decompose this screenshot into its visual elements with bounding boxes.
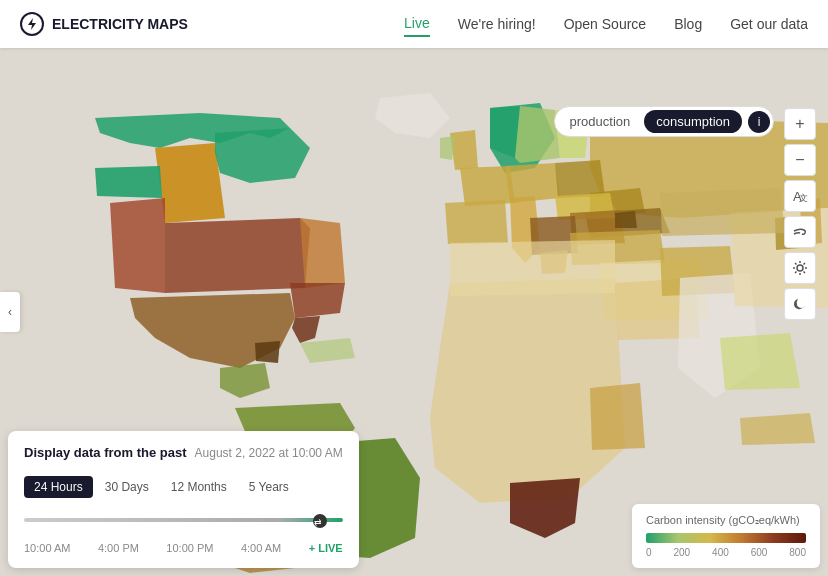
- timeline[interactable]: ⇄: [24, 508, 343, 538]
- nav-hiring[interactable]: We're hiring!: [458, 12, 536, 36]
- nav: Live We're hiring! Open Source Blog Get …: [404, 11, 808, 37]
- legend-title: Carbon intensity (gCO₂eq/kWh): [646, 514, 806, 527]
- tab-24hours[interactable]: 24 Hours: [24, 476, 93, 498]
- legend: Carbon intensity (gCO₂eq/kWh) 0 200 400 …: [632, 504, 820, 568]
- night-mode-button[interactable]: [784, 288, 816, 320]
- zoom-in-button[interactable]: +: [784, 108, 816, 140]
- svg-text:文: 文: [799, 193, 808, 203]
- legend-tick-0: 0: [646, 547, 652, 558]
- mode-toggle: production consumption i: [554, 106, 774, 137]
- solar-button[interactable]: [784, 252, 816, 284]
- time-label-4: 4:00 AM: [241, 542, 281, 554]
- time-label-1: 10:00 AM: [24, 542, 70, 554]
- timeline-bar: [24, 518, 343, 522]
- nav-open-source[interactable]: Open Source: [564, 12, 647, 36]
- language-button[interactable]: A 文: [784, 180, 816, 212]
- live-indicator[interactable]: + LIVE: [309, 542, 343, 554]
- svg-text:⇄: ⇄: [314, 517, 322, 527]
- svg-line-10: [804, 272, 806, 274]
- time-label-2: 4:00 PM: [98, 542, 139, 554]
- map-container[interactable]: ‹ production consumption i + − A 文: [0, 48, 828, 576]
- svg-point-4: [797, 265, 803, 271]
- time-label-3: 10:00 PM: [166, 542, 213, 554]
- left-panel-arrow[interactable]: ‹: [0, 292, 20, 332]
- logo-text: ELECTRICITY MAPS: [52, 16, 188, 32]
- timeline-handle[interactable]: ⇄: [313, 514, 327, 528]
- panel-title: Display data from the past: [24, 445, 187, 460]
- wind-button[interactable]: [784, 216, 816, 248]
- bottom-panel: Display data from the past August 2, 202…: [8, 431, 359, 568]
- svg-marker-0: [28, 18, 36, 30]
- logo[interactable]: ELECTRICITY MAPS: [20, 12, 188, 36]
- tab-30days[interactable]: 30 Days: [95, 476, 159, 498]
- legend-tick-200: 200: [673, 547, 690, 558]
- legend-bar: [646, 533, 806, 543]
- consumption-mode-btn[interactable]: consumption: [644, 110, 742, 133]
- panel-date: August 2, 2022 at 10:00 AM: [195, 446, 343, 460]
- svg-line-11: [804, 263, 806, 265]
- legend-ticks: 0 200 400 600 800: [646, 547, 806, 558]
- legend-tick-600: 600: [751, 547, 768, 558]
- nav-get-data[interactable]: Get our data: [730, 12, 808, 36]
- legend-tick-400: 400: [712, 547, 729, 558]
- legend-tick-800: 800: [789, 547, 806, 558]
- logo-icon: [20, 12, 44, 36]
- info-button[interactable]: i: [748, 111, 770, 133]
- nav-live[interactable]: Live: [404, 11, 430, 37]
- production-mode-btn[interactable]: production: [558, 110, 643, 133]
- tab-5years[interactable]: 5 Years: [239, 476, 299, 498]
- tab-12months[interactable]: 12 Months: [161, 476, 237, 498]
- svg-line-12: [795, 272, 797, 274]
- map-controls: + − A 文: [784, 108, 816, 320]
- timeline-labels: 10:00 AM 4:00 PM 10:00 PM 4:00 AM + LIVE: [24, 542, 343, 554]
- nav-blog[interactable]: Blog: [674, 12, 702, 36]
- header: ELECTRICITY MAPS Live We're hiring! Open…: [0, 0, 828, 48]
- zoom-out-button[interactable]: −: [784, 144, 816, 176]
- time-range-tabs: 24 Hours 30 Days 12 Months 5 Years: [24, 476, 343, 498]
- svg-line-9: [795, 263, 797, 265]
